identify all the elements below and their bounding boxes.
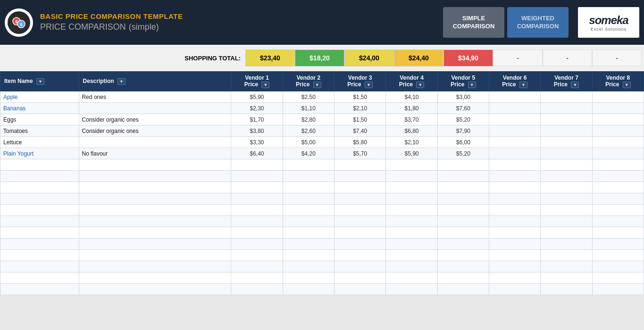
brand-sub: Excel Solutions — [591, 27, 627, 32]
table-row: Lettuce$3,30$5,00$5,80$2,10$6,00 — [0, 137, 644, 148]
cell-item-name — [0, 250, 79, 261]
cell-vendor2 — [283, 171, 334, 182]
cell-vendor8 — [592, 205, 644, 216]
filter-item-name[interactable]: ▼ — [36, 78, 44, 85]
cell-vendor4 — [386, 193, 437, 205]
filter-vendor4[interactable]: ▼ — [416, 82, 424, 88]
cell-vendor8 — [592, 272, 644, 284]
header: $ $ BASIC PRICE COMPARISON TEMPLATE PRIC… — [0, 0, 644, 45]
cell-vendor6 — [489, 159, 541, 171]
cell-vendor5 — [437, 182, 489, 193]
cell-vendor6 — [489, 193, 541, 205]
cell-description — [79, 227, 231, 239]
cell-item-name: Lettuce — [0, 137, 79, 148]
cell-description — [79, 239, 231, 250]
cell-vendor5: $5,20 — [437, 114, 489, 125]
table-row: Bananas$2,30$1,10$2,10$1,80$7,60 — [0, 103, 644, 114]
cell-vendor4 — [386, 182, 437, 193]
header-vendor2: Vendor 2Price ▼ — [283, 72, 334, 91]
cell-vendor3: $7,40 — [335, 125, 386, 137]
table-row: EggsConsider organic ones$1,70$2,80$1,50… — [0, 114, 644, 125]
cell-description — [79, 171, 231, 182]
cell-vendor7 — [541, 114, 592, 125]
total-vendor2: $18,20 — [295, 50, 344, 66]
cell-vendor4: $4,10 — [386, 91, 437, 103]
simple-comparison-button[interactable]: SIMPLECOMPARISON — [443, 7, 504, 38]
cell-vendor4 — [386, 261, 437, 272]
table-row — [0, 261, 644, 272]
cell-vendor6 — [489, 171, 541, 182]
cell-description — [79, 103, 231, 114]
cell-description: Red ones — [79, 91, 231, 103]
cell-item-name — [0, 272, 79, 284]
cell-vendor3 — [335, 284, 386, 295]
header-description: Description ▼ — [79, 72, 231, 91]
filter-vendor7[interactable]: ▼ — [571, 82, 579, 88]
cell-vendor8 — [592, 148, 644, 159]
cell-vendor6 — [489, 284, 541, 295]
cell-vendor8 — [592, 250, 644, 261]
filter-vendor3[interactable]: ▼ — [365, 82, 373, 88]
cell-vendor3 — [335, 159, 386, 171]
cell-vendor5: $7,90 — [437, 125, 489, 137]
table-row — [0, 239, 644, 250]
table-row — [0, 159, 644, 171]
header-vendor8: Vendor 8Price ▼ — [592, 72, 644, 91]
data-table-wrapper: Item Name ▼ Description ▼ Vendor 1Price … — [0, 71, 644, 295]
filter-vendor1[interactable]: ▼ — [261, 82, 269, 88]
cell-vendor3 — [335, 216, 386, 227]
cell-vendor6 — [489, 103, 541, 114]
cell-vendor1 — [231, 193, 283, 205]
cell-vendor3: $5,70 — [335, 148, 386, 159]
cell-vendor2 — [283, 159, 334, 171]
cell-vendor5 — [437, 159, 489, 171]
filter-vendor2[interactable]: ▼ — [313, 82, 321, 88]
cell-vendor5 — [437, 205, 489, 216]
cell-vendor1: $3,80 — [231, 125, 283, 137]
cell-vendor1: $1,70 — [231, 114, 283, 125]
cell-item-name — [0, 284, 79, 295]
cell-item-name — [0, 205, 79, 216]
filter-vendor6[interactable]: ▼ — [519, 82, 527, 88]
cell-description — [79, 284, 231, 295]
cell-vendor2: $5,00 — [283, 137, 334, 148]
cell-vendor6 — [489, 148, 541, 159]
filter-vendor8[interactable]: ▼ — [623, 82, 631, 88]
table-row: Plain YogurtNo flavour$6,40$4,20$5,70$5,… — [0, 148, 644, 159]
cell-vendor2 — [283, 250, 334, 261]
cell-vendor5 — [437, 227, 489, 239]
cell-vendor6 — [489, 137, 541, 148]
cell-vendor5: $3,00 — [437, 91, 489, 103]
filter-vendor5[interactable]: ▼ — [468, 82, 476, 88]
cell-description — [79, 250, 231, 261]
cell-vendor1 — [231, 171, 283, 182]
cell-vendor1 — [231, 205, 283, 216]
cell-vendor1 — [231, 261, 283, 272]
cell-vendor3: $2,10 — [335, 103, 386, 114]
cell-description — [79, 193, 231, 205]
cell-description: Consider organic ones — [79, 125, 231, 137]
filter-description[interactable]: ▼ — [117, 78, 125, 85]
cell-vendor1 — [231, 216, 283, 227]
cell-vendor6 — [489, 250, 541, 261]
cell-vendor2: $1,10 — [283, 103, 334, 114]
cell-vendor3 — [335, 261, 386, 272]
svg-text:$: $ — [15, 19, 17, 24]
cell-vendor4: $5,90 — [386, 148, 437, 159]
cell-description — [79, 272, 231, 284]
cell-vendor5: $7,60 — [437, 103, 489, 114]
cell-vendor5 — [437, 193, 489, 205]
cell-vendor1 — [231, 159, 283, 171]
cell-vendor4: $3,70 — [386, 114, 437, 125]
table-row — [0, 227, 644, 239]
cell-vendor3 — [335, 182, 386, 193]
cell-vendor5 — [437, 284, 489, 295]
cell-vendor1 — [231, 227, 283, 239]
cell-vendor7 — [541, 137, 592, 148]
total-vendor8: - — [592, 50, 642, 66]
cell-vendor7 — [541, 171, 592, 182]
cell-vendor2: $2,80 — [283, 114, 334, 125]
weighted-comparison-button[interactable]: WEIGHTEDCOMPARISON — [507, 7, 569, 38]
total-vendor1: $23,40 — [245, 50, 295, 66]
cell-vendor2 — [283, 284, 334, 295]
